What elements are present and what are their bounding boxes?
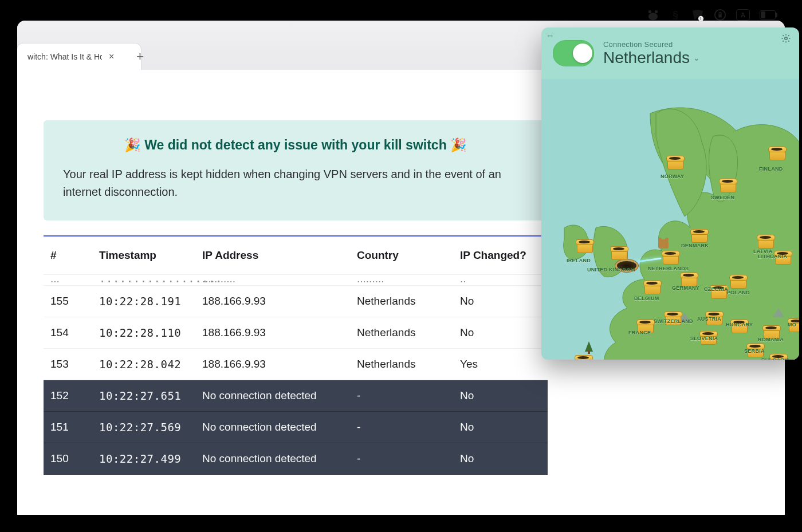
country-label: CZECHIA (704, 286, 728, 292)
country-tunnel[interactable] (577, 239, 592, 253)
vpn-map[interactable]: NORWAYSWEDENFINLANDLATVIALITHUANIADENMAR… (541, 79, 799, 360)
country-label: SWITZERLAND (654, 318, 693, 324)
country-label: ROMANIA (758, 337, 784, 342)
col-ts: Timestamp (99, 249, 202, 262)
country-tunnel[interactable] (758, 235, 773, 249)
cell-num: 155 (50, 295, 99, 308)
col-ip: IP Address (202, 249, 357, 262)
country-label: FRANCE (628, 330, 651, 336)
country-label: UNITED KINGDOM (587, 267, 635, 273)
country-label: SLOVENIA (690, 336, 718, 341)
table-row: 15410:22:28.110188.166.9.93NetherlandsNo (44, 317, 548, 349)
new-tab-button[interactable]: + (136, 49, 144, 64)
malware-icon[interactable]: ! (691, 9, 704, 21)
banner-body: Your real IP address is kept hidden when… (63, 165, 528, 201)
cell-num: 152 (50, 389, 99, 402)
country-tunnel[interactable] (769, 147, 784, 160)
vpn-country-selector[interactable]: Netherlands ⌄ (603, 49, 700, 67)
tab-title: witch: What Is It & Hc (27, 52, 102, 61)
mountain-icon (773, 308, 784, 317)
cell-country: - (357, 452, 460, 465)
col-changed: IP Changed? (460, 249, 541, 262)
cell-changed: No (460, 326, 541, 339)
cell-changed: Yes (460, 358, 541, 371)
country-tunnel[interactable] (681, 273, 696, 286)
cell-changed: No (460, 452, 541, 465)
cell-num: 150 (50, 452, 99, 465)
country-label: BELGIUM (634, 295, 659, 301)
country-label: LITHUANIA (758, 254, 787, 259)
svg-point-0 (648, 10, 652, 14)
svg-point-2 (648, 13, 658, 20)
browser-tab[interactable]: witch: What Is It & Hc × (17, 44, 141, 70)
col-num: # (50, 249, 99, 262)
cell-num: 153 (50, 358, 99, 371)
table-row: 15110:22:27.569No connection detected-No (44, 412, 548, 443)
tree-icon (585, 341, 593, 352)
table-row: 15510:22:28.191188.166.9.93NetherlandsNo (44, 286, 548, 317)
country-label: SERBIA (744, 348, 765, 354)
chevron-down-icon: ⌄ (693, 53, 700, 62)
cell-country: Netherlands (357, 326, 460, 339)
section-icon[interactable]: § (669, 9, 682, 21)
close-tab-icon[interactable]: × (109, 52, 114, 62)
cell-country: Netherlands (357, 295, 460, 308)
cell-ip: No connection detected (202, 452, 357, 465)
tunnelbear-menubar-icon[interactable] (647, 9, 659, 21)
country-label: BULGARIA (761, 357, 790, 360)
cell-country: Netherlands (357, 358, 460, 371)
country-label: AUSTRIA (697, 316, 721, 322)
country-tunnel[interactable] (691, 229, 706, 243)
country-label: HUNGARY (726, 322, 753, 328)
cell-changed: No (460, 295, 541, 308)
input-source-indicator[interactable]: A (736, 9, 750, 21)
vpn-status-label: Connection Secured (603, 40, 700, 49)
svg-point-1 (655, 10, 658, 14)
country-tunnel[interactable] (576, 355, 591, 360)
cell-timestamp: 10:22:28.191 (99, 295, 202, 308)
cell-country: - (357, 389, 460, 402)
country-label: MO (788, 322, 796, 328)
country-tunnel[interactable] (611, 246, 626, 260)
country-label: FINLAND (759, 166, 783, 172)
country-tunnel[interactable] (667, 156, 682, 170)
table-row: 15010:22:27.499No connection detected-No (44, 443, 548, 475)
country-label: IRELAND (567, 258, 591, 263)
cell-timestamp: 10:22:27.651 (99, 389, 202, 402)
tunnelbear-mascot (658, 239, 669, 249)
cell-changed: No (460, 421, 541, 434)
country-label: NETHERLANDS (648, 266, 689, 271)
svg-rect-6 (718, 14, 722, 18)
country-label: NORWAY (661, 174, 684, 179)
country-label: SWEDEN (711, 195, 734, 200)
country-tunnel[interactable] (730, 275, 745, 289)
table-row: 15210:22:27.651No connection detected-No (44, 380, 548, 412)
lock-badge-icon[interactable] (714, 9, 726, 21)
cell-ip: No connection detected (202, 421, 357, 434)
country-tunnel[interactable] (644, 281, 659, 294)
cell-num: 151 (50, 421, 99, 434)
country-label: POLAND (727, 290, 750, 295)
cell-country: - (357, 421, 460, 434)
table-row: 15310:22:28.042188.166.9.93NetherlandsYe… (44, 349, 548, 380)
vpn-toggle[interactable] (553, 40, 594, 66)
country-tunnel[interactable] (663, 251, 678, 265)
cell-ip: No connection detected (202, 389, 357, 402)
table-row-partial: ········································… (44, 275, 548, 286)
result-banner: 🎉 We did not detect any issue with your … (44, 120, 548, 220)
country-label: GERMANY (672, 285, 699, 291)
col-country: Country (357, 249, 460, 262)
log-table: # Timestamp IP Address Country IP Change… (44, 235, 548, 475)
banner-heading: 🎉 We did not detect any issue with your … (63, 137, 528, 153)
cell-timestamp: 10:22:28.110 (99, 326, 202, 339)
cell-ip: 188.166.9.93 (202, 358, 357, 371)
vpn-country-name: Netherlands (603, 49, 690, 67)
country-label: DENMARK (681, 243, 709, 249)
cell-changed: No (460, 389, 541, 402)
table-header-row: # Timestamp IP Address Country IP Change… (44, 237, 548, 275)
cell-timestamp: 10:22:27.569 (99, 421, 202, 434)
cell-ip: 188.166.9.93 (202, 326, 357, 339)
battery-icon[interactable] (760, 10, 776, 19)
cell-timestamp: 10:22:28.042 (99, 358, 202, 371)
country-tunnel[interactable] (720, 179, 735, 192)
